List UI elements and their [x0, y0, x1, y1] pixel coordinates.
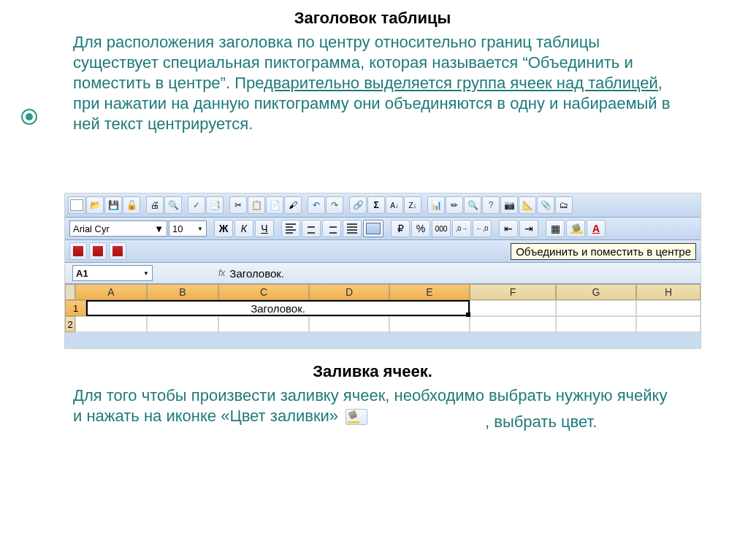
font-size-value: 10: [172, 223, 183, 234]
align-left-button[interactable]: [281, 220, 300, 237]
formatting-toolbar: Arial Cyr ▼ 10 ▼ Ж К Ч ₽ % 000 ,0→ ←,0: [65, 218, 701, 240]
fill-color-button[interactable]: [566, 220, 585, 237]
cell[interactable]: [556, 316, 636, 332]
formula-bar: A1 ▼ fx Заголовок.: [65, 263, 701, 284]
cell[interactable]: [636, 316, 701, 332]
copy-icon[interactable]: 📋: [248, 196, 265, 214]
fill-color-icon: [346, 409, 367, 425]
undo-icon[interactable]: ↶: [308, 196, 325, 214]
save-icon[interactable]: 💾: [104, 196, 122, 214]
misc-icon-1[interactable]: 📐: [519, 196, 536, 214]
sort-asc-icon[interactable]: A↓: [386, 196, 403, 214]
row-header-1[interactable]: 1: [65, 300, 86, 316]
pdf-icon-2[interactable]: [89, 242, 107, 260]
column-headers: ABCDEFGH: [65, 284, 701, 300]
help-icon[interactable]: ?: [482, 196, 500, 214]
font-name-selector[interactable]: Arial Cyr ▼: [69, 220, 167, 237]
dropdown-arrow-icon: ▼: [197, 226, 203, 232]
col-header-h[interactable]: H: [636, 284, 701, 300]
paste-icon[interactable]: 📄: [266, 196, 283, 214]
drawing-icon[interactable]: ✏: [446, 196, 463, 214]
paragraph-1: Для расположения заголовка по центру отн…: [73, 32, 687, 134]
chart-wizard-icon[interactable]: 📊: [427, 196, 445, 214]
redo-icon[interactable]: ↷: [326, 196, 343, 214]
col-header-c[interactable]: C: [218, 284, 309, 300]
row-header-2[interactable]: 2: [65, 316, 75, 332]
col-header-a[interactable]: A: [75, 284, 147, 300]
open-icon[interactable]: 📂: [86, 196, 104, 214]
cell[interactable]: [147, 316, 218, 332]
new-doc-icon[interactable]: [68, 196, 85, 214]
bullet-icon: [20, 108, 38, 126]
increase-indent-button[interactable]: ⇥: [519, 220, 538, 237]
col-header-e[interactable]: E: [389, 284, 470, 300]
justify-button[interactable]: [343, 220, 362, 237]
grid-row-1: 1 Заголовок.: [65, 300, 701, 316]
align-center-button[interactable]: [302, 220, 321, 237]
increase-decimal-button[interactable]: ,0→: [452, 220, 471, 237]
decrease-decimal-button[interactable]: ←,0: [473, 220, 492, 237]
font-size-selector[interactable]: 10 ▼: [169, 220, 207, 237]
decrease-indent-button[interactable]: ⇤: [499, 220, 518, 237]
cell[interactable]: [309, 316, 389, 332]
col-header-f[interactable]: F: [470, 284, 556, 300]
currency-button[interactable]: ₽: [391, 220, 410, 237]
fx-label[interactable]: fx: [218, 268, 225, 278]
comma-style-button[interactable]: 000: [432, 220, 451, 237]
cell[interactable]: [389, 316, 470, 332]
paragraph-2-tail: , выбрать цвет.: [485, 413, 597, 431]
camera-icon[interactable]: 📷: [500, 196, 518, 214]
sort-desc-icon[interactable]: Z↓: [404, 196, 421, 214]
print-preview-icon[interactable]: 🔍: [164, 196, 182, 214]
hyperlink-icon[interactable]: 🔗: [349, 196, 367, 214]
percent-button[interactable]: %: [411, 220, 430, 237]
italic-button[interactable]: К: [234, 220, 253, 237]
cell[interactable]: [556, 300, 636, 316]
underline-button[interactable]: Ч: [255, 220, 274, 237]
standard-toolbar: 📂 💾 🔓 🖨 🔍 ✓ 📑 ✂ 📋 📄 🖌 ↶ ↷ 🔗 Σ A↓ Z↓ 📊 ✏ …: [65, 193, 701, 218]
formula-input[interactable]: Заголовок.: [229, 267, 284, 280]
permissions-icon[interactable]: 🔓: [123, 196, 140, 214]
col-header-g[interactable]: G: [556, 284, 636, 300]
col-header-d[interactable]: D: [309, 284, 389, 300]
zoom-icon[interactable]: 🔍: [464, 196, 481, 214]
font-color-button[interactable]: A: [587, 220, 606, 237]
heading-table-title: Заголовок таблицы: [73, 9, 672, 28]
font-name-value: Arial Cyr: [73, 223, 110, 234]
name-box[interactable]: A1 ▼: [72, 265, 153, 281]
merge-center-button[interactable]: [363, 220, 383, 237]
merge-tooltip: Объединить и поместить в центре: [511, 243, 696, 260]
spelling-icon[interactable]: ✓: [188, 196, 205, 214]
dropdown-arrow-icon: ▼: [143, 270, 149, 277]
research-icon[interactable]: 📑: [206, 196, 224, 214]
cell[interactable]: [636, 300, 701, 316]
pdf-icon-3[interactable]: [109, 242, 126, 260]
autosum-icon[interactable]: Σ: [367, 196, 385, 214]
pdf-icon-1[interactable]: [69, 242, 87, 260]
excel-screenshot: 📂 💾 🔓 🖨 🔍 ✓ 📑 ✂ 📋 📄 🖌 ↶ ↷ 🔗 Σ A↓ Z↓ 📊 ✏ …: [64, 193, 701, 349]
borders-button[interactable]: ▦: [546, 220, 565, 237]
print-icon[interactable]: 🖨: [146, 196, 164, 214]
select-all-corner[interactable]: [65, 284, 75, 300]
format-painter-icon[interactable]: 🖌: [284, 196, 302, 214]
heading-fill-cells: Заливка ячеек.: [73, 362, 672, 381]
cell[interactable]: [470, 316, 556, 332]
cell[interactable]: [75, 316, 147, 332]
para1-underlined: дварительно выделяется группа ячеек над …: [264, 74, 663, 92]
cut-icon[interactable]: ✂: [229, 196, 247, 214]
col-header-b[interactable]: B: [147, 284, 218, 300]
align-right-button[interactable]: [322, 220, 341, 237]
merged-cell-a1-e1[interactable]: Заголовок.: [86, 300, 470, 316]
para1-part-b: при нажатии на данную пиктограмму они об…: [73, 94, 670, 133]
cell[interactable]: [218, 316, 309, 332]
dropdown-arrow-icon: ▼: [154, 223, 164, 234]
misc-icon-2[interactable]: 📎: [537, 196, 554, 214]
misc-icon-3[interactable]: 🗂: [555, 196, 573, 214]
svg-point-1: [26, 113, 33, 120]
cell-reference: A1: [76, 268, 88, 279]
bold-button[interactable]: Ж: [214, 220, 233, 237]
cell[interactable]: [470, 300, 556, 316]
grid-row-2: 2: [65, 316, 701, 332]
pdf-toolbar: Объединить и поместить в центре: [65, 240, 701, 263]
